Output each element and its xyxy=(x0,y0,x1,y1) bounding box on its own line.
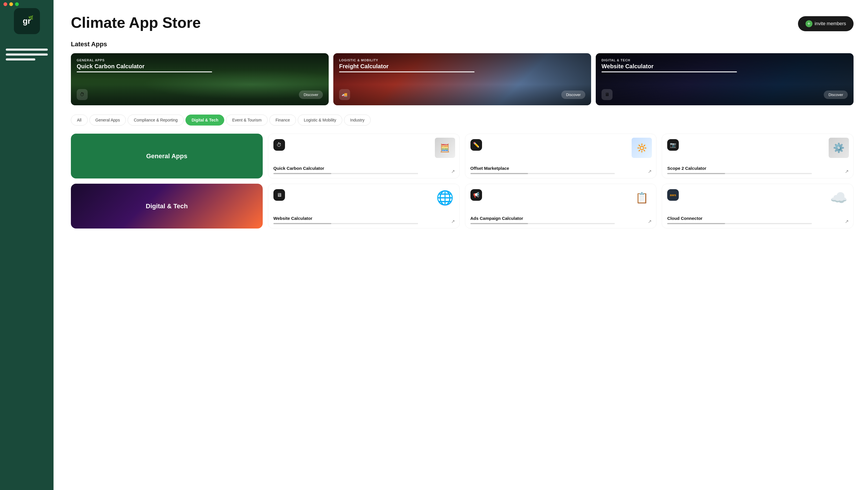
category-card-digital[interactable]: Digital & Tech xyxy=(71,184,263,229)
app-name-cloud: Cloud Connector xyxy=(667,216,848,221)
invite-members-button[interactable]: + invite members xyxy=(798,16,854,31)
card-name-3: Website Calculator xyxy=(601,63,848,70)
menu-line-2 xyxy=(6,54,48,56)
card-category-3: DIGITAL & TECH xyxy=(601,59,848,62)
card-top-2: LOGISTIC & MOBILITY Freight Calculator xyxy=(339,59,585,72)
clock-icon: ⏱ xyxy=(277,142,282,148)
discover-btn-2[interactable]: Discover xyxy=(561,91,585,99)
app-arrow-1: ↗ xyxy=(451,169,455,174)
edit-icon: ✏️ xyxy=(473,142,479,148)
thumb-solar: 🔆 xyxy=(630,136,653,159)
app-icon-bg-5: 📢 xyxy=(470,189,482,201)
app-arrow-6: ↗ xyxy=(845,219,848,224)
app-bar-4 xyxy=(273,223,418,224)
app-icon-bg-1: ⏱ xyxy=(273,139,285,151)
filter-tab-event[interactable]: Event & Tourism xyxy=(226,115,268,126)
app-icon-bg-4: 🖥 xyxy=(273,189,285,201)
card-name-2: Freight Calculator xyxy=(339,63,585,70)
card-footer-1: ⏱ Discover xyxy=(77,89,323,100)
latest-apps-grid: GENERAL APPS Quick Carbon Calculator ⏱ D… xyxy=(71,53,854,105)
filter-tab-logistics[interactable]: Logistic & Mobility xyxy=(298,115,342,126)
billboard-icon: 📋 xyxy=(633,188,650,208)
latest-card-tech[interactable]: DIGITAL & TECH Website Calculator 🖥 Disc… xyxy=(596,53,854,105)
aws-icon: aws xyxy=(669,193,677,197)
card-footer-2: 🚚 Discover xyxy=(339,89,585,100)
card-top-3: DIGITAL & TECH Website Calculator xyxy=(601,59,848,72)
app-name-scope2: Scope 2 Calculator xyxy=(667,166,848,171)
app-card-offset[interactable]: 🔆 ✏️ Offset Marketplace ↗ xyxy=(465,134,657,178)
nav-menu xyxy=(6,48,48,61)
logo[interactable]: gr🌿 xyxy=(14,8,40,34)
card-icon-3: 🖥 xyxy=(601,89,613,100)
menu-line-1 xyxy=(6,48,48,51)
filter-bar: All General Apps Compliance & Reporting … xyxy=(71,115,854,126)
latest-apps-title: Latest Apps xyxy=(71,40,854,48)
filter-tab-compliance[interactable]: Compliance & Reporting xyxy=(128,115,184,126)
minimize-btn[interactable] xyxy=(9,2,13,6)
latest-apps-section: Latest Apps GENERAL APPS Quick Carbon Ca… xyxy=(71,40,854,105)
card-top: GENERAL APPS Quick Carbon Calculator xyxy=(77,59,323,72)
cloud-icon: ☁️ xyxy=(829,189,849,206)
category-label-digital: Digital & Tech xyxy=(140,197,193,216)
app-name-ads: Ads Campaign Calculator xyxy=(470,216,651,221)
app-card-scope2[interactable]: ⚙️ 📷 Scope 2 Calculator ↗ xyxy=(662,134,854,178)
page-header: Climate App Store + invite members xyxy=(71,14,854,31)
filter-tab-digital[interactable]: Digital & Tech xyxy=(185,115,224,126)
logo-text: gr🌿 xyxy=(23,17,31,26)
app-card-ads[interactable]: 📋 📢 Ads Campaign Calculator ↗ xyxy=(465,184,657,229)
card-content-3: DIGITAL & TECH Website Calculator 🖥 Disc… xyxy=(596,53,854,105)
app-card-quick-carbon[interactable]: 🧮 ⏱ Quick Carbon Calculator ↗ xyxy=(268,134,460,178)
app-bar-3 xyxy=(667,173,812,174)
filter-tab-general[interactable]: General Apps xyxy=(89,115,126,126)
card-category-1: GENERAL APPS xyxy=(77,59,323,62)
thumb-billboard: 📋 xyxy=(630,186,653,209)
app-bar-6 xyxy=(667,223,812,224)
camera-icon: 📷 xyxy=(670,142,676,148)
app-bar-5 xyxy=(470,223,615,224)
card-content-1: GENERAL APPS Quick Carbon Calculator ⏱ D… xyxy=(71,53,329,105)
app-arrow-5: ↗ xyxy=(648,219,652,224)
card-icon-1: ⏱ xyxy=(77,89,88,100)
card-icon-2: 🚚 xyxy=(339,89,350,100)
app-name-quick-carbon: Quick Carbon Calculator xyxy=(273,166,454,171)
maximize-btn[interactable] xyxy=(15,2,19,6)
app-card-cloud[interactable]: ☁️ aws Cloud Connector ↗ xyxy=(662,184,854,229)
filter-tab-finance[interactable]: Finance xyxy=(269,115,296,126)
app-icon-bg-3: 📷 xyxy=(667,139,679,151)
card-name-1: Quick Carbon Calculator xyxy=(77,63,323,70)
app-card-website[interactable]: 🌐 🖥 Website Calculator ↗ xyxy=(268,184,460,229)
card-category-2: LOGISTIC & MOBILITY xyxy=(339,59,585,62)
app-arrow-3: ↗ xyxy=(845,169,848,174)
card-underline-3 xyxy=(601,71,737,72)
thumb-cloud: ☁️ xyxy=(827,186,850,209)
thumb-calculator: 🧮 xyxy=(433,136,457,159)
globe-icon: 🌐 xyxy=(435,188,455,208)
menu-line-3 xyxy=(6,59,35,61)
close-btn[interactable] xyxy=(3,2,7,6)
invite-btn-label: invite members xyxy=(815,21,846,26)
thumb-scope: ⚙️ xyxy=(827,136,850,159)
solar-icon: 🔆 xyxy=(631,138,652,158)
app-name-website: Website Calculator xyxy=(273,216,454,221)
page-title: Climate App Store xyxy=(71,14,201,31)
category-label-general: General Apps xyxy=(140,146,193,166)
plus-icon: + xyxy=(806,20,812,27)
app-icon-bg-6: aws xyxy=(667,189,679,201)
window-controls xyxy=(0,0,54,8)
filter-tab-industry[interactable]: Industry xyxy=(344,115,371,126)
app-arrow-4: ↗ xyxy=(451,219,455,224)
app-grid: General Apps 🧮 ⏱ Quick Carbon Calculator… xyxy=(71,134,854,229)
latest-card-logistics[interactable]: LOGISTIC & MOBILITY Freight Calculator 🚚… xyxy=(333,53,591,105)
latest-card-general[interactable]: GENERAL APPS Quick Carbon Calculator ⏱ D… xyxy=(71,53,329,105)
megaphone-icon: 📢 xyxy=(473,192,479,198)
category-card-general[interactable]: General Apps xyxy=(71,134,263,178)
discover-btn-3[interactable]: Discover xyxy=(824,91,848,99)
filter-tab-all[interactable]: All xyxy=(71,115,88,126)
main-content: Climate App Store + invite members Lates… xyxy=(54,0,868,490)
app-bar-2 xyxy=(470,173,615,174)
card-footer-3: 🖥 Discover xyxy=(601,89,848,100)
app-name-offset: Offset Marketplace xyxy=(470,166,651,171)
discover-btn-1[interactable]: Discover xyxy=(299,91,323,99)
sidebar: gr🌿 xyxy=(0,0,54,490)
app-icon-bg-2: ✏️ xyxy=(470,139,482,151)
